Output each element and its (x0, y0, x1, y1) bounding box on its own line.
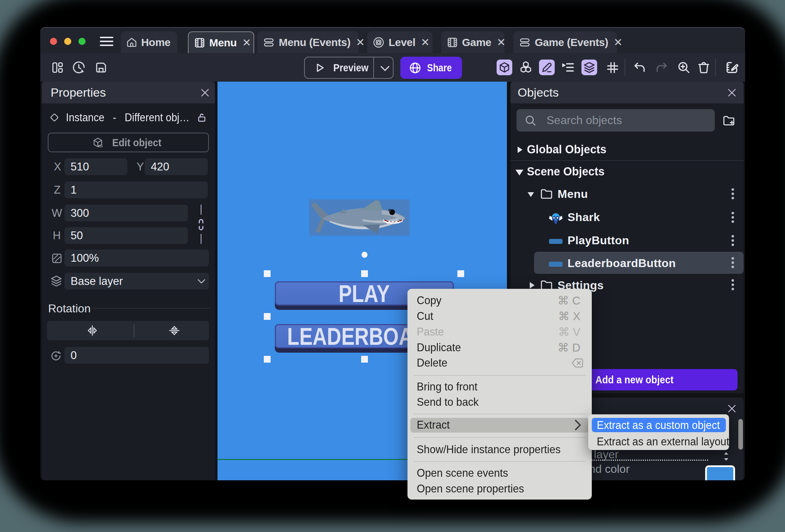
svg-text:2D: 2D (98, 144, 103, 148)
